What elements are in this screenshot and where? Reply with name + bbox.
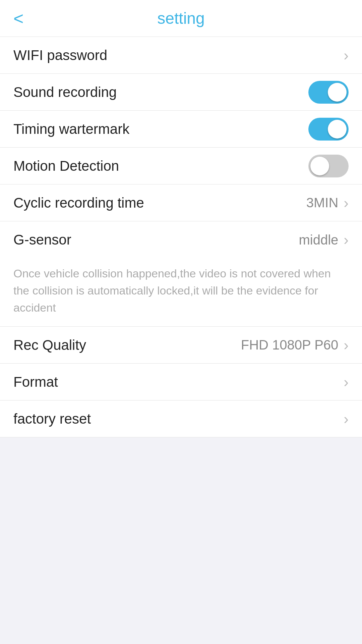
rec-quality-chevron: › — [344, 338, 349, 353]
motion-detection-right — [308, 155, 349, 177]
format-chevron: › — [344, 375, 349, 389]
factory-reset-chevron: › — [344, 412, 349, 426]
page-title: setting — [157, 9, 204, 28]
cyclic-recording-value: 3MIN — [306, 195, 339, 210]
motion-detection-toggle[interactable] — [308, 155, 349, 177]
wifi-password-row[interactable]: WIFI password › — [0, 37, 362, 74]
motion-detection-label: Motion Detection — [13, 158, 119, 174]
wifi-password-label: WIFI password — [13, 47, 107, 63]
gsensor-row[interactable]: G-sensor middle › — [0, 221, 362, 258]
motion-detection-row[interactable]: Motion Detection — [0, 148, 362, 184]
timing-watermark-row[interactable]: Timing wartermark — [0, 111, 362, 148]
gsensor-description-text: Once vehicle collision happened,the vide… — [13, 267, 331, 314]
sound-recording-toggle[interactable] — [308, 81, 349, 104]
factory-reset-row[interactable]: factory reset › — [0, 400, 362, 437]
rec-quality-value: FHD 1080P P60 — [241, 337, 339, 353]
gsensor-chevron: › — [344, 232, 349, 247]
format-row[interactable]: Format › — [0, 364, 362, 400]
timing-watermark-label: Timing wartermark — [13, 121, 129, 137]
sound-recording-label: Sound recording — [13, 84, 117, 100]
header: < setting — [0, 0, 362, 37]
sound-recording-right — [308, 81, 349, 104]
factory-reset-label: factory reset — [13, 411, 91, 427]
bottom-spacer — [0, 437, 362, 644]
rec-quality-right: FHD 1080P P60 › — [241, 337, 349, 353]
settings-list: WIFI password › Sound recording Timing w… — [0, 37, 362, 437]
sound-recording-row[interactable]: Sound recording — [0, 74, 362, 111]
cyclic-recording-label: Cyclic recording time — [13, 195, 144, 211]
factory-reset-right: › — [344, 412, 349, 426]
wifi-password-chevron: › — [344, 48, 349, 63]
timing-watermark-toggle[interactable] — [308, 118, 349, 141]
rec-quality-label: Rec Quality — [13, 337, 86, 353]
format-label: Format — [13, 374, 58, 390]
gsensor-right: middle › — [299, 232, 349, 248]
rec-quality-row[interactable]: Rec Quality FHD 1080P P60 › — [0, 327, 362, 364]
gsensor-label: G-sensor — [13, 232, 71, 248]
gsensor-value: middle — [299, 232, 339, 248]
wifi-password-right: › — [344, 48, 349, 63]
cyclic-recording-row[interactable]: Cyclic recording time 3MIN › — [0, 184, 362, 221]
format-right: › — [344, 375, 349, 389]
cyclic-recording-chevron: › — [344, 196, 349, 210]
back-button[interactable]: < — [13, 10, 23, 27]
gsensor-description: Once vehicle collision happened,the vide… — [0, 258, 362, 327]
timing-watermark-right — [308, 118, 349, 141]
cyclic-recording-right: 3MIN › — [306, 195, 349, 210]
